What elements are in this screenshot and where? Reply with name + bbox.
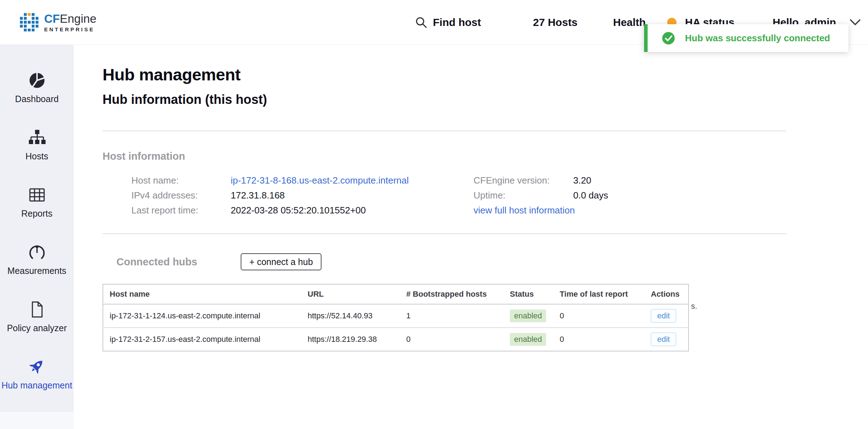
cell-last-report: 0 [553, 304, 644, 328]
sidebar-item-label: Measurements [6, 265, 68, 276]
column-header-url: URL [301, 284, 400, 304]
sidebar: Dashboard Hosts Reports [0, 45, 74, 429]
chevron-down-icon[interactable] [849, 19, 861, 26]
host-info-left-column: Host name: ip-172-31-8-168.us-east-2.com… [131, 173, 474, 218]
info-label: CFEngine version: [474, 173, 573, 188]
divider [103, 233, 786, 234]
info-label: IPv4 addresses: [131, 188, 231, 203]
stray-text-fragment: s. [691, 302, 697, 311]
hosts-count-label: 27 Hosts [533, 16, 577, 28]
sidebar-item-label: Hub management [0, 380, 74, 391]
cell-last-report: 0 [553, 328, 644, 351]
info-row-uptime: Uptime: 0.0 days [474, 188, 608, 203]
logo-engine: Engine [60, 12, 96, 25]
sitemap-icon [28, 129, 46, 147]
info-row-last-report: Last report time: 2022-03-28 05:52:20.10… [131, 203, 474, 218]
sidebar-item-hosts[interactable]: Hosts [0, 116, 74, 174]
sidebar-item-label: Policy analyzer [5, 323, 68, 333]
host-information-grid: Host name: ip-172-31-8-168.us-east-2.com… [131, 173, 868, 218]
page-subtitle: Hub information (this host) [103, 92, 868, 107]
nav-health[interactable]: Health [613, 16, 646, 28]
column-header-host-name: Host name [103, 284, 301, 304]
main-content: Hub management Hub information (this hos… [74, 45, 868, 429]
info-label: Uptime: [474, 188, 573, 203]
cell-status: enabled [503, 328, 553, 351]
sidebar-item-label: Hosts [24, 151, 50, 161]
view-full-host-information-link[interactable]: view full host information [474, 203, 575, 218]
sidebar-item-policy-analyzer[interactable]: Policy analyzer [0, 288, 74, 345]
sidebar-item-measurements[interactable]: Measurements [0, 231, 74, 288]
cfengine-logo[interactable]: CFEngine ENTERPRISE [20, 12, 96, 32]
info-label: Last report time: [131, 203, 231, 218]
cell-bootstrapped: 1 [400, 304, 503, 328]
search-icon [415, 16, 427, 28]
cfengine-logo-icon [20, 13, 38, 32]
column-header-last-report: Time of last report [553, 284, 644, 304]
column-header-actions: Actions [644, 284, 689, 304]
cell-host-name: ip-172-31-1-124.us-east-2.compute.intern… [103, 304, 301, 328]
table-icon [28, 186, 46, 204]
info-row-host-name: Host name: ip-172-31-8-168.us-east-2.com… [131, 173, 474, 188]
sidebar-item-label: Dashboard [14, 94, 60, 104]
info-row-ipv4: IPv4 addresses: 172.31.8.168 [131, 188, 474, 203]
connected-hubs-heading: Connected hubs [116, 256, 197, 268]
cell-url: https://52.14.40.93 [301, 304, 400, 328]
cell-bootstrapped: 0 [400, 328, 503, 351]
host-info-right-column: CFEngine version: 3.20 Uptime: 0.0 days … [474, 173, 608, 218]
info-label: Host name: [131, 173, 231, 188]
cell-actions: edit [644, 304, 689, 328]
logo-enterprise: ENTERPRISE [44, 26, 96, 32]
connected-hubs-header: Connected hubs + connect a hub [116, 253, 868, 270]
nav-hosts-count[interactable]: 27 Hosts [533, 16, 577, 28]
sidebar-nav: Dashboard Hosts Reports [0, 45, 74, 403]
find-host-search[interactable]: Find host [415, 16, 481, 28]
host-name-link[interactable]: ip-172-31-8-168.us-east-2.compute.intern… [231, 173, 409, 188]
toast-message: Hub was successfully connected [685, 33, 830, 44]
column-header-bootstrapped: # Bootstrapped hosts [400, 284, 503, 304]
info-value: 0.0 days [573, 188, 608, 203]
cell-actions: edit [644, 328, 689, 351]
info-row-version: CFEngine version: 3.20 [474, 173, 608, 188]
table-row: ip-172-31-2-157.us-east-2.compute.intern… [103, 328, 689, 351]
health-label: Health [613, 16, 646, 28]
cell-status: enabled [503, 304, 553, 328]
info-row-full-info: view full host information [474, 203, 608, 218]
document-icon [28, 301, 46, 318]
rocket-icon [28, 358, 46, 376]
info-value: 172.31.8.168 [231, 188, 285, 203]
cell-url: https://18.219.29.38 [301, 328, 400, 351]
sidebar-item-reports[interactable]: Reports [0, 174, 74, 231]
sidebar-footer [0, 412, 74, 429]
cell-host-name: ip-172-31-2-157.us-east-2.compute.intern… [103, 328, 301, 351]
sidebar-item-hub-management[interactable]: Hub management [0, 345, 74, 403]
gauge-icon [28, 243, 46, 261]
edit-button[interactable]: edit [651, 333, 676, 346]
info-value: 2022-03-28 05:52:20.101552+00 [231, 203, 366, 218]
table-row: ip-172-31-1-124.us-east-2.compute.intern… [103, 304, 689, 328]
cfengine-logo-text: CFEngine ENTERPRISE [44, 12, 96, 32]
dashboard-icon [28, 72, 46, 89]
check-circle-icon [662, 32, 675, 45]
sidebar-item-dashboard[interactable]: Dashboard [0, 59, 74, 116]
connect-a-hub-button[interactable]: + connect a hub [241, 253, 321, 270]
table-header-row: Host name URL # Bootstrapped hosts Statu… [103, 284, 689, 304]
logo-cf: CF [44, 12, 60, 25]
host-information-heading: Host information [103, 150, 868, 162]
info-value: 3.20 [573, 173, 591, 188]
status-badge: enabled [510, 333, 546, 346]
screen: CFEngine ENTERPRISE Find host 27 Hosts H… [0, 0, 868, 429]
connected-hubs-table: Host name URL # Bootstrapped hosts Statu… [103, 284, 689, 351]
status-badge: enabled [510, 309, 546, 322]
column-header-status: Status [503, 284, 553, 304]
toast-notification: Hub was successfully connected [644, 24, 848, 52]
edit-button[interactable]: edit [651, 309, 676, 323]
divider [103, 131, 786, 131]
sidebar-item-label: Reports [20, 208, 54, 219]
find-host-label: Find host [433, 16, 481, 28]
